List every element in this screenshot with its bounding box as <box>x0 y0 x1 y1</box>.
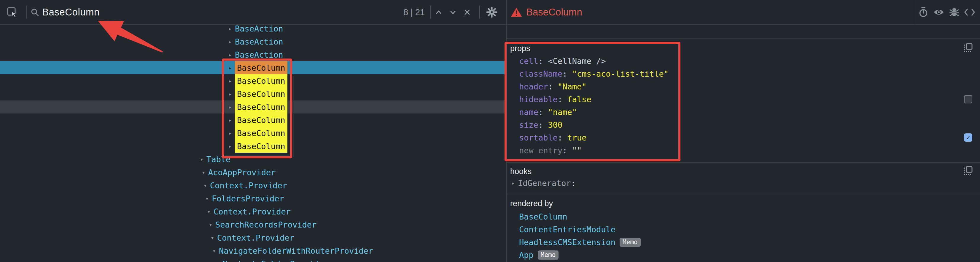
component-name: BaseColumn <box>235 101 287 113</box>
disclosure-triangle-icon[interactable]: ▸ <box>227 130 234 136</box>
toolbar-divider <box>479 6 480 19</box>
tree-row[interactable]: ▸ BaseColumn <box>0 113 506 126</box>
prop-value[interactable]: "cms-aco-list-title" <box>572 69 668 78</box>
prop-value[interactable]: <CellName /> <box>548 56 606 66</box>
chevron-up-icon <box>434 8 443 17</box>
rendered-by-link[interactable]: BaseColumn <box>519 212 567 221</box>
tree-row[interactable]: ▸ BaseAction <box>0 25 506 35</box>
disclosure-triangle-icon[interactable]: ▸ <box>227 91 234 97</box>
disclosure-triangle-icon[interactable]: ▾ <box>198 156 205 163</box>
boolean-checkbox[interactable]: ✓ <box>964 133 972 142</box>
prop-row[interactable]: className : "cms-aco-list-title" <box>507 67 980 80</box>
previous-match-button[interactable] <box>434 8 443 17</box>
prop-row[interactable]: name : "name" <box>507 106 980 118</box>
rendered-by-link[interactable]: HeadlessCMSExtension <box>519 238 616 247</box>
tree-row[interactable]: ▾ NavigateFolderProvider <box>0 257 506 262</box>
tree-row[interactable]: ▾ AcoAppProvider <box>0 166 506 179</box>
disclosure-triangle-icon[interactable]: ▸ <box>227 78 234 84</box>
props-section: props cell : <CellName /> className : "c… <box>507 38 980 163</box>
log-component-data-button[interactable] <box>949 7 959 17</box>
disclosure-triangle-icon[interactable]: ▸ <box>227 38 234 45</box>
disclosure-triangle-icon[interactable]: ▸ <box>227 143 234 149</box>
disclosure-triangle-icon[interactable]: ▸ <box>509 180 517 186</box>
prop-row[interactable]: header : "Name" <box>507 80 980 93</box>
tree-row[interactable]: ▸ BaseColumn <box>0 61 506 74</box>
component-name: BaseAction <box>235 35 283 48</box>
prop-row[interactable]: cell : <CellName /> <box>507 55 980 67</box>
component-name: BaseColumn <box>235 113 287 126</box>
rendered-by-row: App Memo <box>507 249 980 261</box>
disclosure-triangle-icon[interactable]: ▾ <box>200 169 207 176</box>
tree-row[interactable]: ▸ BaseColumn <box>0 74 506 87</box>
prop-value[interactable]: "" <box>572 146 582 155</box>
suspend-component-button[interactable] <box>918 7 928 18</box>
prop-value[interactable]: true <box>567 133 587 142</box>
search-input[interactable]: BaseColumn <box>42 6 100 18</box>
prop-row[interactable]: sortable : true ✓ <box>507 131 980 144</box>
boolean-checkbox[interactable] <box>964 95 972 103</box>
prop-row[interactable]: hideable : false <box>507 93 980 106</box>
hook-row[interactable]: ▸ IdGenerator : <box>507 176 980 190</box>
tree-row[interactable]: ▾ Table <box>0 153 506 166</box>
rendered-by-link[interactable]: ContentEntriesModule <box>519 225 616 234</box>
disclosure-triangle-icon[interactable]: ▾ <box>209 234 216 241</box>
rendered-by-section-label: rendered by <box>507 198 980 209</box>
component-name: BaseAction <box>235 25 283 35</box>
prop-value[interactable]: "Name" <box>558 82 587 91</box>
tree-row[interactable]: ▾ Context.Provider <box>0 205 506 218</box>
disclosure-triangle-icon[interactable]: ▸ <box>227 51 234 58</box>
prop-value[interactable]: 300 <box>548 120 563 129</box>
component-name: NavigateFolderWithRouterProvider <box>219 244 373 257</box>
disclosure-triangle-icon[interactable]: ▾ <box>214 260 221 262</box>
copy-icon <box>963 43 973 53</box>
tree-row[interactable]: ▸ BaseAction <box>0 48 506 61</box>
code-brackets-icon <box>964 8 975 17</box>
hooks-section: hooks ▸ IdGenerator : <box>507 163 980 194</box>
disclosure-triangle-icon[interactable]: ▾ <box>202 182 209 189</box>
component-name: BaseColumn <box>235 61 287 74</box>
prop-row[interactable]: size : 300 <box>507 118 980 131</box>
prop-row[interactable]: new entry : "" <box>507 144 980 157</box>
prop-value[interactable]: false <box>567 95 592 104</box>
hooks-list: ▸ IdGenerator : <box>507 176 980 190</box>
prop-key: hideable <box>519 95 558 104</box>
tree-row[interactable]: ▸ BaseColumn <box>0 101 506 113</box>
copy-props-button[interactable] <box>963 43 973 54</box>
tree-row[interactable]: ▾ NavigateFolderWithRouterProvider <box>0 244 506 257</box>
tree-row[interactable]: ▸ BaseColumn <box>0 140 506 153</box>
tree-row[interactable]: ▾ SearchRecordsProvider <box>0 218 506 231</box>
disclosure-triangle-icon[interactable]: ▾ <box>204 195 211 202</box>
inspect-dom-button[interactable] <box>933 8 944 17</box>
disclosure-triangle-icon[interactable]: ▸ <box>227 104 234 110</box>
selected-component-title: BaseColumn <box>526 6 582 18</box>
copy-hooks-button[interactable] <box>963 166 973 177</box>
tree-row[interactable]: ▾ Context.Provider <box>0 231 506 244</box>
view-source-button[interactable] <box>964 8 975 17</box>
details-panel: BaseColumn <box>507 0 980 262</box>
tree-row[interactable]: ▸ BaseAction <box>0 35 506 48</box>
rendered-by-link[interactable]: App <box>519 251 534 260</box>
disclosure-triangle-icon[interactable]: ▾ <box>207 221 214 228</box>
inspect-element-button[interactable] <box>6 6 18 18</box>
settings-button[interactable] <box>486 6 498 18</box>
component-name: BaseColumn <box>235 87 287 101</box>
toolbar-divider <box>430 6 431 19</box>
tree-row[interactable]: ▾ FoldersProvider <box>0 192 506 205</box>
prop-key: new entry <box>519 146 562 155</box>
disclosure-triangle-icon[interactable]: ▸ <box>227 64 234 71</box>
prop-value[interactable]: "name" <box>548 107 577 117</box>
rendered-by-section: rendered by BaseColumn ContentEntriesMod… <box>507 194 980 261</box>
tree-row[interactable]: ▸ BaseColumn <box>0 87 506 101</box>
tree-row[interactable]: ▸ BaseColumn <box>0 126 506 140</box>
next-match-button[interactable] <box>449 8 457 17</box>
clear-search-button[interactable] <box>463 8 472 17</box>
disclosure-triangle-icon[interactable]: ▾ <box>211 248 218 254</box>
prop-colon: : <box>538 56 548 66</box>
disclosure-triangle-icon[interactable]: ▸ <box>227 117 234 123</box>
component-name: BaseColumn <box>235 140 287 153</box>
disclosure-triangle-icon[interactable]: ▾ <box>205 208 212 215</box>
tree-row[interactable]: ▾ Context.Provider <box>0 179 506 192</box>
components-tree-panel: BaseColumn 8 | 21 <box>0 0 506 262</box>
disclosure-triangle-icon[interactable]: ▸ <box>227 25 234 32</box>
close-icon <box>463 8 472 17</box>
